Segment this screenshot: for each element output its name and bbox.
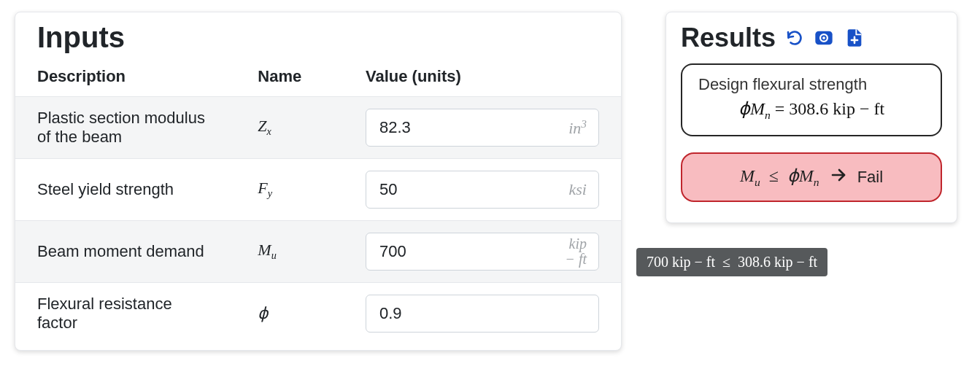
result-check[interactable]: Mu ≤ ϕMn Fail: [681, 152, 942, 202]
check-tooltip: 700 kip − ft ≤ 308.6 kip − ft: [636, 248, 827, 276]
table-row: Plastic section modulus of the beam Zx i…: [15, 97, 621, 159]
input-symbol-zx: Zx: [236, 97, 344, 159]
result-equation: ϕMn = 308.6 kip − ft: [695, 98, 927, 122]
input-symbol-mu: Mu: [236, 221, 344, 283]
input-description: Beam moment demand: [15, 221, 236, 283]
result-value: 308.6: [789, 99, 828, 118]
inputs-table: Description Name Value (units) Plastic s…: [15, 60, 621, 344]
input-symbol-phi: ϕ: [236, 283, 344, 345]
table-row: Flexural resistance factor ϕ: [15, 283, 621, 345]
check-expression: Mu ≤ ϕMn: [740, 166, 819, 189]
inputs-header-value: Value (units): [344, 60, 621, 97]
results-card: Results: [665, 12, 957, 223]
refresh-icon[interactable]: [786, 29, 803, 47]
input-symbol-fy: Fy: [236, 159, 344, 221]
check-verdict: Fail: [857, 168, 883, 187]
result-label: Design flexural strength: [695, 75, 927, 94]
inputs-header-name: Name: [236, 60, 344, 97]
table-row: Beam moment demand Mu kip − ft: [15, 221, 621, 283]
input-description: Steel yield strength: [15, 159, 236, 221]
value-input-phi[interactable]: [378, 303, 490, 324]
tooltip-rhs: 308.6 kip − ft: [738, 254, 817, 270]
table-row: Steel yield strength Fy ksi: [15, 159, 621, 221]
unit-label: in3: [568, 118, 587, 136]
unit-label: kip − ft: [557, 236, 587, 267]
tooltip-lhs: 700 kip − ft: [647, 254, 715, 270]
value-field-phi[interactable]: [366, 295, 599, 333]
unit-label: ksi: [569, 181, 587, 198]
results-area: Results: [665, 12, 957, 223]
value-field-fy[interactable]: ksi: [366, 171, 599, 209]
preview-icon[interactable]: [814, 28, 834, 48]
results-header: Results: [681, 23, 942, 53]
inputs-card: Inputs Description Name Value (units) Pl…: [15, 12, 622, 351]
value-field-zx[interactable]: in3: [366, 109, 599, 147]
value-input-mu[interactable]: [378, 241, 490, 262]
results-title: Results: [681, 23, 776, 53]
svg-point-2: [822, 36, 825, 39]
value-field-mu[interactable]: kip − ft: [366, 233, 599, 271]
input-description: Plastic section modulus of the beam: [15, 97, 236, 159]
value-input-zx[interactable]: [378, 117, 490, 138]
value-input-fy[interactable]: [378, 179, 490, 200]
inputs-title: Inputs: [37, 21, 621, 54]
arrow-right-icon: [830, 166, 847, 188]
result-design-strength: Design flexural strength ϕMn = 308.6 kip…: [681, 63, 942, 136]
add-file-icon[interactable]: [844, 28, 865, 48]
inputs-header-description: Description: [15, 60, 236, 97]
result-unit: kip − ft: [833, 99, 884, 118]
input-description: Flexural resistance factor: [15, 283, 236, 345]
